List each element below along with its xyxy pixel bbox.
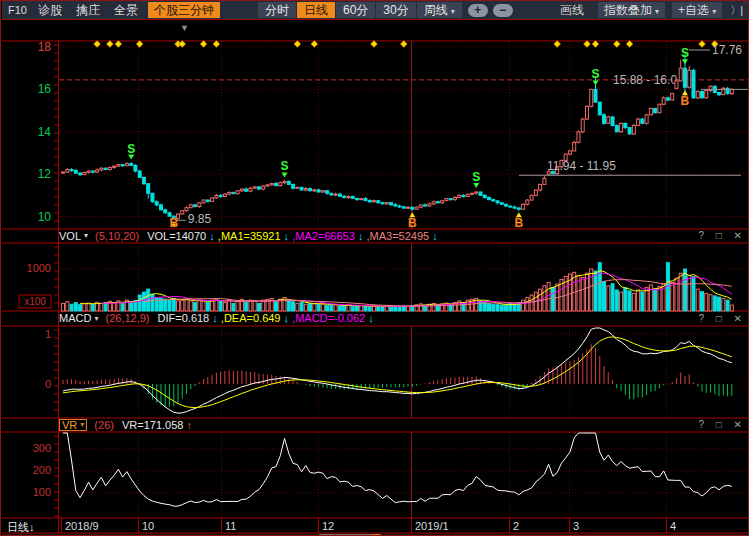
svg-text:2: 2 [513, 520, 519, 532]
help-icon[interactable]: ? [698, 230, 704, 241]
caret-down-icon: ▾ [94, 314, 98, 323]
zoom-in-button[interactable]: + [468, 4, 488, 17]
close-icon[interactable]: ✕ [734, 419, 742, 430]
svg-text:100: 100 [33, 486, 51, 498]
add-favorite-button[interactable]: +自选▾ [672, 2, 722, 18]
macd-params: (26,12,9) [105, 312, 149, 324]
stock-3min-button[interactable]: 个股三分钟 [148, 2, 220, 18]
macd-indicator-header: MACD▾ (26,12,9) DIF=0.618 ↓ ,DEA=0.649 ↓… [59, 312, 749, 325]
vol-value: ,MA2=66653 [292, 230, 355, 242]
tab-intraday[interactable]: 分时 [258, 2, 296, 18]
vol-indicator-selector[interactable]: VOL▾ [59, 230, 88, 242]
stock-selector-dropdown-icon[interactable]: ▼ [180, 23, 189, 33]
chevron-down-icon: ▾ [712, 7, 716, 16]
svg-text:2018/9: 2018/9 [65, 520, 99, 532]
svg-text:2019/1: 2019/1 [415, 520, 449, 532]
svg-text:12: 12 [322, 520, 334, 532]
trend-arrow-icon: ↓ [355, 230, 367, 242]
svg-text:9.85: 9.85 [188, 212, 212, 226]
maximize-icon[interactable]: □ [716, 419, 722, 430]
trend-arrow-icon: ↑ [183, 419, 192, 431]
maximize-icon[interactable]: □ [716, 313, 722, 324]
svg-text:11.94 - 11.95: 11.94 - 11.95 [547, 159, 616, 173]
svg-text:18: 18 [38, 40, 52, 54]
index-overlay-button[interactable]: 指数叠加▾ [598, 2, 665, 18]
stock-name-area[interactable] [2, 20, 172, 40]
svg-text:15.88 - 16.0: 15.88 - 16.0 [613, 73, 677, 87]
tab-daily[interactable]: 日线 [297, 2, 335, 18]
diagnose-stock-button[interactable]: 诊股 [38, 2, 62, 19]
f10-button[interactable]: F10 [8, 4, 27, 16]
svg-text:B: B [169, 216, 178, 230]
macd-value: DIF=0.618 [158, 312, 210, 324]
chart-canvas[interactable]: 2018/91011122019/123415.88 - 16.0SBSBSBS… [1, 1, 749, 536]
svg-text:1: 1 [45, 328, 51, 340]
chevron-down-icon: ▾ [451, 7, 455, 16]
macd-value: ,MACD=-0.062 [292, 312, 365, 324]
svg-text:B: B [514, 216, 523, 230]
trend-arrow-icon: ↓ [280, 312, 292, 324]
tab-60min[interactable]: 60分 [336, 2, 375, 18]
svg-text:200: 200 [33, 464, 51, 476]
vr-indicator-selector[interactable]: VR▾ [59, 419, 87, 431]
period-tabs: 分时 日线 60分 30分 周线▾ [258, 2, 463, 18]
trend-arrow-icon: ↓ [206, 230, 218, 242]
tab-30min[interactable]: 30分 [376, 2, 415, 18]
svg-text:16: 16 [38, 82, 52, 96]
svg-text:x100: x100 [24, 296, 46, 307]
catch-banker-button[interactable]: 擒庄 [76, 2, 100, 19]
svg-text:4: 4 [670, 520, 676, 532]
vr-value: VR=171.058 [122, 419, 183, 431]
svg-text:B: B [408, 216, 417, 230]
macd-values: DIF=0.618 ↓ ,DEA=0.649 ↓ ,MACD=-0.062 ↓ [158, 312, 374, 324]
trend-arrow-icon: ↓ [281, 230, 293, 242]
period-indicator[interactable]: 日线↓ [7, 520, 35, 535]
vol-params: (5,10,20) [95, 230, 139, 242]
pane-window-icons: ? □ ✕ [689, 312, 742, 325]
close-icon[interactable]: ✕ [734, 230, 742, 241]
svg-text:S: S [472, 170, 480, 184]
toolbar-right-group: 画线 指数叠加▾ +自选▾ 〉| [553, 2, 748, 19]
vol-value: ,MA1=35921 [218, 230, 281, 242]
collapse-panel-icon[interactable]: 〉| [730, 3, 742, 18]
svg-text:10: 10 [142, 520, 154, 532]
help-icon[interactable]: ? [698, 419, 704, 430]
svg-text:S: S [127, 142, 135, 156]
pane-window-icons: ? □ ✕ [689, 419, 742, 431]
svg-text:B: B [681, 94, 690, 108]
chevron-down-icon: ▾ [655, 7, 659, 16]
svg-text:S: S [681, 46, 689, 60]
svg-text:S: S [591, 67, 599, 81]
draw-line-button[interactable]: 画线 [560, 2, 584, 19]
trend-arrow-icon: ↓ [209, 312, 221, 324]
svg-text:14: 14 [38, 125, 52, 139]
vol-values: VOL=14070 ↓ ,MA1=35921 ↓ ,MA2=66653 ↓ ,M… [147, 230, 438, 242]
stock-chart-window: 2018/91011122019/123415.88 - 16.0SBSBSBS… [0, 0, 749, 536]
svg-text:300: 300 [33, 442, 51, 454]
svg-text:3: 3 [573, 520, 579, 532]
svg-text:12: 12 [38, 167, 52, 181]
svg-text:17.76: 17.76 [712, 43, 742, 57]
caret-down-icon: ▾ [84, 231, 88, 240]
macd-value: ,DEA=0.649 [221, 312, 281, 324]
vr-params: (26) [94, 419, 114, 431]
macd-indicator-selector[interactable]: MACD▾ [59, 312, 98, 324]
trend-arrow-icon: ↓ [429, 230, 438, 242]
zoom-out-button[interactable]: − [493, 4, 513, 17]
top-toolbar: F10 诊股 擒庄 全景 个股三分钟 分时 日线 60分 30分 周线▾ + −… [2, 1, 748, 19]
vol-indicator-header: VOL▾ (5,10,20) VOL=14070 ↓ ,MA1=35921 ↓ … [59, 230, 749, 242]
svg-text:S: S [281, 159, 289, 173]
svg-text:11: 11 [225, 520, 236, 532]
caret-down-icon: ▾ [80, 420, 84, 429]
svg-text:10: 10 [38, 210, 52, 224]
vol-value: ,MA3=52495 [366, 230, 429, 242]
maximize-icon[interactable]: □ [716, 230, 722, 241]
panorama-button[interactable]: 全景 [114, 2, 138, 19]
close-icon[interactable]: ✕ [734, 313, 742, 324]
vr-indicator-header: VR▾ (26) VR=171.058 ↑ ? □ ✕ [59, 419, 749, 431]
svg-text:1000: 1000 [27, 262, 51, 274]
help-icon[interactable]: ? [698, 313, 704, 324]
pane-window-icons: ? □ ✕ [689, 230, 742, 242]
trend-arrow-icon: ↓ [365, 312, 374, 324]
tab-weekly[interactable]: 周线▾ [417, 2, 462, 18]
